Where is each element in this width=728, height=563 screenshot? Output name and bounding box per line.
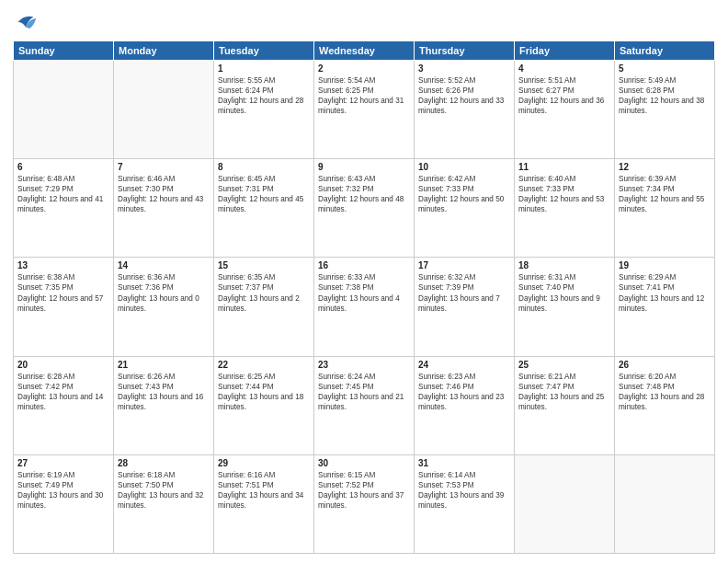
cell-details: Sunrise: 6:39 AMSunset: 7:34 PMDaylight:… — [619, 174, 711, 214]
day-number: 24 — [418, 360, 510, 370]
calendar-cell: 2Sunrise: 5:54 AMSunset: 6:25 PMDaylight… — [314, 61, 415, 159]
calendar-cell: 7Sunrise: 6:46 AMSunset: 7:30 PMDaylight… — [114, 159, 214, 258]
calendar-cell: 24Sunrise: 6:23 AMSunset: 7:46 PMDayligh… — [415, 356, 515, 454]
day-number: 10 — [418, 162, 510, 172]
calendar-cell — [615, 454, 715, 553]
header — [13, 9, 715, 35]
calendar-cell: 14Sunrise: 6:36 AMSunset: 7:36 PMDayligh… — [114, 258, 214, 356]
week-row-2: 6Sunrise: 6:48 AMSunset: 7:29 PMDaylight… — [14, 159, 715, 258]
calendar-cell: 17Sunrise: 6:32 AMSunset: 7:39 PMDayligh… — [415, 258, 515, 356]
calendar-cell: 13Sunrise: 6:38 AMSunset: 7:35 PMDayligh… — [14, 258, 114, 356]
cell-details: Sunrise: 6:31 AMSunset: 7:40 PMDaylight:… — [518, 272, 610, 313]
calendar-cell: 3Sunrise: 5:52 AMSunset: 6:26 PMDaylight… — [415, 61, 515, 159]
cell-details: Sunrise: 6:24 AMSunset: 7:45 PMDaylight:… — [318, 372, 410, 412]
cell-details: Sunrise: 6:20 AMSunset: 7:48 PMDaylight:… — [619, 372, 711, 412]
day-number: 18 — [518, 260, 610, 270]
cell-details: Sunrise: 6:32 AMSunset: 7:39 PMDaylight:… — [418, 272, 510, 313]
day-number: 5 — [619, 63, 711, 74]
cell-details: Sunrise: 6:23 AMSunset: 7:46 PMDaylight:… — [418, 372, 510, 412]
day-number: 16 — [318, 260, 410, 270]
col-header-saturday: Saturday — [615, 41, 715, 61]
cell-details: Sunrise: 6:26 AMSunset: 7:43 PMDaylight:… — [118, 372, 210, 412]
cell-details: Sunrise: 5:51 AMSunset: 6:27 PMDaylight:… — [518, 75, 610, 116]
day-number: 1 — [218, 63, 310, 74]
day-number: 21 — [118, 360, 210, 370]
generalblue-logo-icon — [13, 9, 39, 35]
day-number: 25 — [518, 360, 610, 370]
calendar-cell: 4Sunrise: 5:51 AMSunset: 6:27 PMDaylight… — [515, 61, 615, 159]
calendar-cell: 22Sunrise: 6:25 AMSunset: 7:44 PMDayligh… — [214, 356, 314, 454]
calendar-cell: 21Sunrise: 6:26 AMSunset: 7:43 PMDayligh… — [114, 356, 214, 454]
day-number: 2 — [318, 63, 410, 74]
col-header-thursday: Thursday — [415, 41, 515, 61]
calendar-cell: 9Sunrise: 6:43 AMSunset: 7:32 PMDaylight… — [314, 159, 415, 258]
day-number: 22 — [218, 360, 310, 370]
week-row-1: 1Sunrise: 5:55 AMSunset: 6:24 PMDaylight… — [14, 61, 715, 159]
cell-details: Sunrise: 6:14 AMSunset: 7:53 PMDaylight:… — [418, 470, 510, 511]
cell-details: Sunrise: 6:42 AMSunset: 7:33 PMDaylight:… — [418, 174, 510, 214]
calendar-cell: 27Sunrise: 6:19 AMSunset: 7:49 PMDayligh… — [14, 454, 114, 553]
calendar-cell: 11Sunrise: 6:40 AMSunset: 7:33 PMDayligh… — [515, 159, 615, 258]
cell-details: Sunrise: 6:40 AMSunset: 7:33 PMDaylight:… — [518, 174, 610, 214]
calendar-cell: 26Sunrise: 6:20 AMSunset: 7:48 PMDayligh… — [615, 356, 715, 454]
calendar-cell: 16Sunrise: 6:33 AMSunset: 7:38 PMDayligh… — [314, 258, 415, 356]
col-header-friday: Friday — [515, 41, 615, 61]
week-row-3: 13Sunrise: 6:38 AMSunset: 7:35 PMDayligh… — [14, 258, 715, 356]
day-number: 15 — [218, 260, 310, 270]
day-number: 14 — [118, 260, 210, 270]
day-number: 13 — [17, 260, 109, 270]
day-number: 27 — [17, 458, 109, 468]
col-header-tuesday: Tuesday — [214, 41, 314, 61]
day-number: 17 — [418, 260, 510, 270]
col-header-wednesday: Wednesday — [314, 41, 415, 61]
calendar-cell: 5Sunrise: 5:49 AMSunset: 6:28 PMDaylight… — [615, 61, 715, 159]
calendar-cell: 28Sunrise: 6:18 AMSunset: 7:50 PMDayligh… — [114, 454, 214, 553]
calendar-cell: 12Sunrise: 6:39 AMSunset: 7:34 PMDayligh… — [615, 159, 715, 258]
calendar-cell: 1Sunrise: 5:55 AMSunset: 6:24 PMDaylight… — [214, 61, 314, 159]
cell-details: Sunrise: 6:48 AMSunset: 7:29 PMDaylight:… — [17, 174, 109, 214]
logo — [13, 9, 42, 35]
day-number: 19 — [619, 260, 711, 270]
week-row-4: 20Sunrise: 6:28 AMSunset: 7:42 PMDayligh… — [14, 356, 715, 454]
cell-details: Sunrise: 6:38 AMSunset: 7:35 PMDaylight:… — [17, 272, 109, 313]
col-header-sunday: Sunday — [14, 41, 114, 61]
calendar-cell: 29Sunrise: 6:16 AMSunset: 7:51 PMDayligh… — [214, 454, 314, 553]
cell-details: Sunrise: 6:15 AMSunset: 7:52 PMDaylight:… — [318, 470, 410, 511]
calendar-cell: 25Sunrise: 6:21 AMSunset: 7:47 PMDayligh… — [515, 356, 615, 454]
week-row-5: 27Sunrise: 6:19 AMSunset: 7:49 PMDayligh… — [14, 454, 715, 553]
day-number: 8 — [218, 162, 310, 172]
cell-details: Sunrise: 6:43 AMSunset: 7:32 PMDaylight:… — [318, 174, 410, 214]
calendar-cell: 30Sunrise: 6:15 AMSunset: 7:52 PMDayligh… — [314, 454, 415, 553]
cell-details: Sunrise: 6:36 AMSunset: 7:36 PMDaylight:… — [118, 272, 210, 313]
day-number: 29 — [218, 458, 310, 468]
calendar-header-row: SundayMondayTuesdayWednesdayThursdayFrid… — [14, 41, 715, 61]
page: SundayMondayTuesdayWednesdayThursdayFrid… — [0, 0, 728, 563]
calendar-cell: 23Sunrise: 6:24 AMSunset: 7:45 PMDayligh… — [314, 356, 415, 454]
cell-details: Sunrise: 6:29 AMSunset: 7:41 PMDaylight:… — [619, 272, 711, 313]
calendar-cell: 19Sunrise: 6:29 AMSunset: 7:41 PMDayligh… — [615, 258, 715, 356]
cell-details: Sunrise: 5:55 AMSunset: 6:24 PMDaylight:… — [218, 75, 310, 116]
calendar-cell: 8Sunrise: 6:45 AMSunset: 7:31 PMDaylight… — [214, 159, 314, 258]
col-header-monday: Monday — [114, 41, 214, 61]
calendar-cell: 10Sunrise: 6:42 AMSunset: 7:33 PMDayligh… — [415, 159, 515, 258]
day-number: 28 — [118, 458, 210, 468]
day-number: 26 — [619, 360, 711, 370]
cell-details: Sunrise: 6:16 AMSunset: 7:51 PMDaylight:… — [218, 470, 310, 511]
cell-details: Sunrise: 6:35 AMSunset: 7:37 PMDaylight:… — [218, 272, 310, 313]
day-number: 23 — [318, 360, 410, 370]
cell-details: Sunrise: 6:25 AMSunset: 7:44 PMDaylight:… — [218, 372, 310, 412]
day-number: 4 — [518, 63, 610, 74]
day-number: 12 — [619, 162, 711, 172]
calendar-cell — [114, 61, 214, 159]
day-number: 30 — [318, 458, 410, 468]
day-number: 6 — [17, 162, 109, 172]
cell-details: Sunrise: 6:45 AMSunset: 7:31 PMDaylight:… — [218, 174, 310, 214]
cell-details: Sunrise: 5:49 AMSunset: 6:28 PMDaylight:… — [619, 75, 711, 116]
cell-details: Sunrise: 6:19 AMSunset: 7:49 PMDaylight:… — [17, 470, 109, 511]
calendar-cell — [515, 454, 615, 553]
day-number: 11 — [518, 162, 610, 172]
calendar-cell: 18Sunrise: 6:31 AMSunset: 7:40 PMDayligh… — [515, 258, 615, 356]
calendar-table: SundayMondayTuesdayWednesdayThursdayFrid… — [13, 40, 715, 554]
calendar-cell — [14, 61, 114, 159]
calendar-cell: 31Sunrise: 6:14 AMSunset: 7:53 PMDayligh… — [415, 454, 515, 553]
